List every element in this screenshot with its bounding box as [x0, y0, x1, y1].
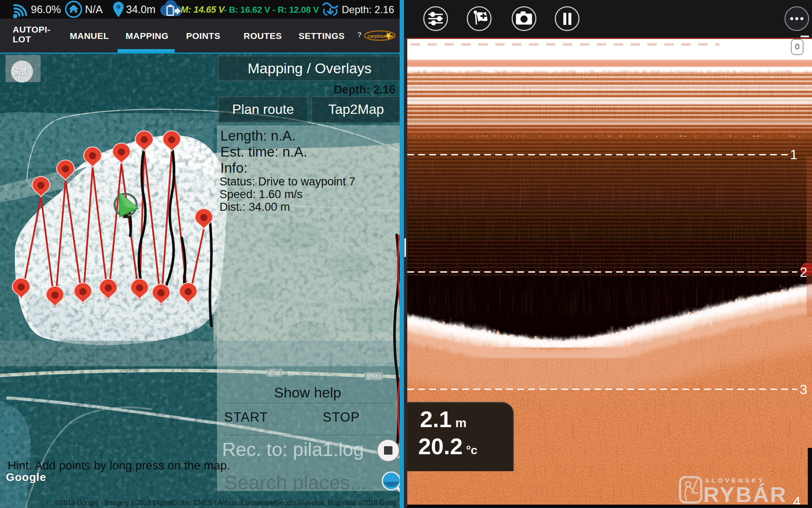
svg-text:Sat: Sat — [12, 66, 27, 77]
svg-text:RYBÁR: RYBÁR — [703, 483, 787, 507]
